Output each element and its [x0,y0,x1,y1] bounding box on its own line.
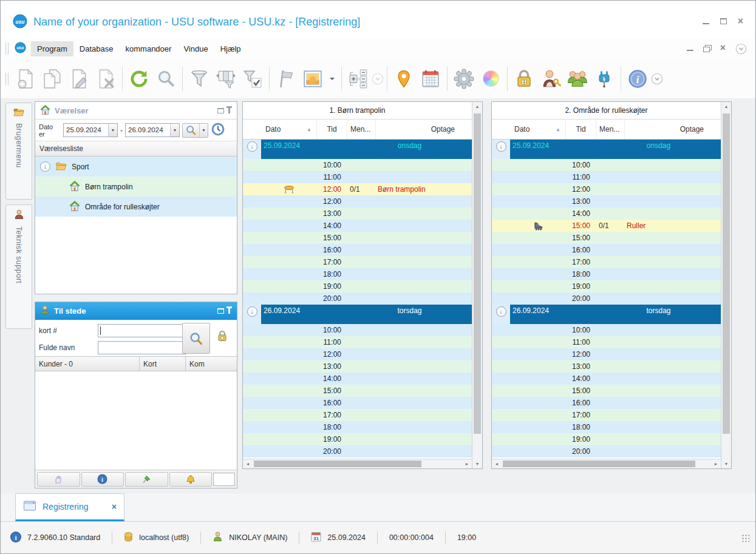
schedule-row[interactable]: 12:00 0/1 Børn trampolin [243,183,472,195]
scrollbar-thumb[interactable] [503,461,695,467]
schedule-row[interactable]: 19:00 [243,433,472,445]
schedule-row[interactable]: 15:00 0/1 Ruller [492,220,721,232]
menu-database[interactable]: Database [73,41,120,56]
schedule-row[interactable]: 13:00 [492,195,721,208]
usu-menu-icon[interactable]: usu [15,42,26,55]
settings-gear-button[interactable] [451,65,477,93]
menu-vindue[interactable]: Vindue [177,41,214,56]
quick-entry-field[interactable] [213,473,235,486]
column-tid[interactable]: Tid [317,120,347,139]
schedule-row[interactable]: 15:00 [243,385,472,397]
schedule-row[interactable]: 10:00 [492,159,721,171]
schedule-row[interactable]: 12:00 [243,195,472,208]
delete-document-button[interactable] [92,65,119,93]
filter-columns-button[interactable] [213,65,239,93]
schedule-row[interactable]: 14:00 [243,220,472,232]
vertical-scrollbar[interactable]: ▲ ▼ [472,102,482,468]
scroll-down-icon[interactable]: ▼ [721,459,731,468]
schedule-row[interactable]: 11:00 [492,336,721,348]
toolbar-overflow-button[interactable] [651,65,663,93]
new-document-button[interactable] [12,65,39,93]
lock-icon[interactable] [216,329,228,343]
schedule-row[interactable]: 20:00 [243,445,472,458]
schedule-row[interactable]: 12:00 [492,183,721,195]
menu-overflow-button[interactable] [735,43,747,55]
minimize-button[interactable] [703,18,709,26]
menu-program[interactable]: Program [31,41,73,56]
schedule-row[interactable]: 11:00 [243,336,472,348]
date-from-combobox[interactable]: 25.09.2024 ▼ [63,123,118,137]
schedule-row[interactable]: ↓ 26.09.2024 torsdag [243,305,472,324]
horizontal-scrollbar[interactable]: ◄ ► [243,459,472,468]
plugin-button[interactable] [591,65,618,93]
schedule-row[interactable]: 11:00 [243,171,472,183]
flag-button[interactable] [273,65,299,93]
schedule-row[interactable]: 16:00 [243,397,472,409]
schedule-row[interactable]: 19:00 [243,280,472,292]
menu-kommandoer[interactable]: kommandoer [120,41,178,56]
schedule-row[interactable]: 20:00 [492,292,721,305]
calendar-button[interactable] [417,65,444,93]
map-pin-button[interactable] [390,65,417,93]
mdi-minimize-button[interactable] [687,44,693,53]
toolbar-grip-2[interactable] [5,73,9,85]
chevron-down-icon[interactable]: ▼ [199,124,208,137]
panel-pin-icon[interactable] [228,308,230,314]
copy-document-button[interactable] [39,65,66,93]
tab-close-icon[interactable]: × [112,502,117,512]
schedule-row[interactable]: 18:00 [243,421,472,433]
schedule-row[interactable]: 20:00 [492,445,721,458]
card-number-input[interactable] [98,324,186,337]
schedule-row[interactable]: 16:00 [492,397,721,409]
column-kort[interactable]: Kort [140,357,186,371]
schedule-row[interactable]: 15:00 [492,232,721,244]
schedule-row[interactable]: 17:00 [492,409,721,421]
chevron-down-icon[interactable]: ▼ [108,124,117,137]
schedule-row[interactable]: 13:00 [492,360,721,373]
menu-hjaelp[interactable]: Hjælp [214,41,247,56]
schedule-row[interactable]: 12:00 [492,348,721,360]
customers-table-body[interactable] [35,371,237,470]
schedule-row[interactable]: 14:00 [492,373,721,385]
column-men[interactable]: Men... [596,120,625,139]
hand-button[interactable] [37,472,80,487]
maximize-button[interactable] [720,18,727,26]
sidetab-brugermenu[interactable]: Brugermenu [5,103,32,200]
sidetab-teknisk-support[interactable]: Teknisk support [5,204,32,329]
edit-document-button[interactable] [66,65,92,93]
schedule-row[interactable]: 20:00 [243,292,472,305]
date-search-button[interactable]: ▼ [182,123,208,138]
expand-group-icon[interactable]: ↓ [496,141,506,152]
scroll-up-icon[interactable]: ▲ [721,102,731,111]
column-men[interactable]: Men... [347,120,376,139]
schedule-row[interactable]: 10:00 [243,324,472,336]
scrollbar-thumb[interactable] [474,113,481,434]
schedule-row[interactable]: 19:00 [492,433,721,445]
lock-button[interactable]: 1 [511,65,537,93]
resize-grip[interactable] [741,533,749,542]
chevron-down-icon[interactable]: ▼ [170,124,179,137]
panel-maximize-icon[interactable] [217,108,224,113]
mdi-restore-button[interactable] [703,44,710,53]
filter-button[interactable] [186,65,213,93]
expand-group-icon[interactable]: ↓ [247,306,257,317]
schedule-row[interactable]: 17:00 [243,409,472,421]
schedule-row[interactable]: ↓ 26.09.2024 torsdag [492,305,721,324]
expand-group-icon[interactable]: ↓ [496,306,506,317]
search-button[interactable] [152,65,179,93]
schedule-row[interactable]: 16:00 [492,244,721,256]
schedule-row[interactable]: 17:00 [492,256,721,268]
filter-apply-button[interactable] [239,65,266,93]
column-dato[interactable]: Dato▲ [510,120,566,139]
column-optage[interactable]: Optage [625,120,721,139]
scroll-right-icon[interactable]: ► [462,462,472,466]
customer-search-button[interactable] [182,323,210,354]
room-list-header[interactable]: Værelsesliste [35,141,237,157]
schedule-row[interactable]: 12:00 [243,348,472,360]
scroll-right-icon[interactable]: ► [711,462,721,466]
schedule-row[interactable]: 19:00 [492,280,721,292]
schedule-row[interactable]: ↓ 25.09.2024 onsdag [243,140,472,159]
expand-group-icon[interactable]: ↓ [247,141,257,152]
schedule-row[interactable]: 14:00 [492,208,721,220]
scrollbar-thumb[interactable] [723,113,730,434]
